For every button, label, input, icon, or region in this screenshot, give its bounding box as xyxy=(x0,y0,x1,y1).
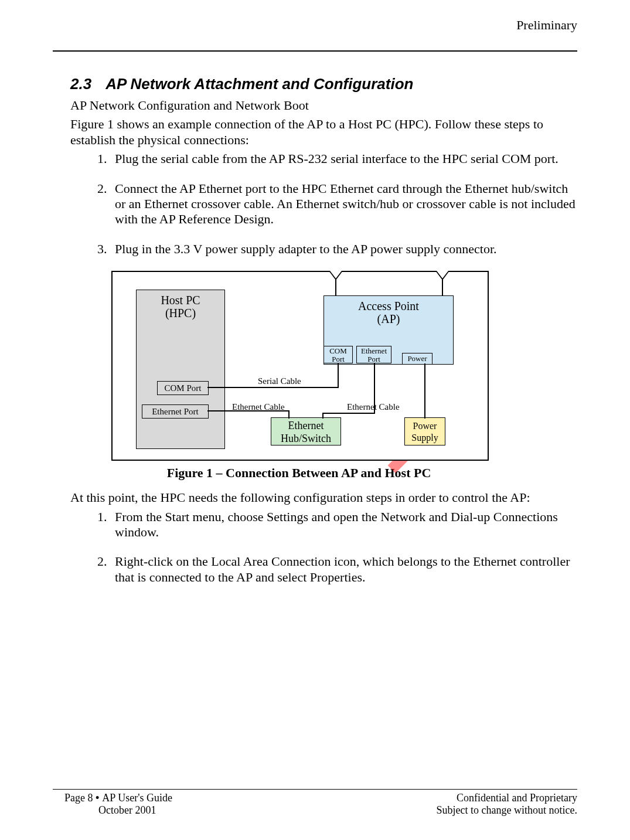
hpc-eth-port: Ethernet Port xyxy=(142,404,209,419)
step-b-2: Right-click on the Local Area Connection… xyxy=(110,554,577,585)
ap-com-port: COMPort xyxy=(323,346,353,363)
top-rule xyxy=(53,50,577,52)
ethernet-cable-label-2: Ethernet Cable xyxy=(347,402,400,412)
antenna-icon-inner xyxy=(437,271,448,278)
antenna-stem xyxy=(335,279,336,295)
ethernet-cable-line xyxy=(374,363,375,413)
hpc-com-port: COM Port xyxy=(157,381,209,395)
footer-rule xyxy=(53,789,577,790)
footer-date: October 2001 xyxy=(53,804,156,817)
antenna-stem xyxy=(442,279,443,295)
power-cable-line xyxy=(424,363,425,419)
host-pc-box: Host PC (HPC) xyxy=(136,290,225,449)
preliminary-label: Preliminary xyxy=(53,18,577,33)
steps-list-a: Plug the serial cable from the AP RS-232… xyxy=(70,151,577,257)
serial-cable-line xyxy=(338,363,339,388)
section-number: 2.3 xyxy=(70,75,91,93)
footer-page: Page 8 xyxy=(64,792,93,804)
serial-cable-label: Serial Cable xyxy=(258,376,301,386)
ap-power-port: Power xyxy=(402,353,433,365)
step-a-1: Plug the serial cable from the AP RS-232… xyxy=(110,151,577,166)
section-heading: 2.3AP Network Attachment and Configurati… xyxy=(70,75,577,93)
step-a-2: Connect the AP Ethernet port to the HPC … xyxy=(110,181,577,227)
hpc-title-l2: (HPC) xyxy=(165,307,196,319)
power-supply-box: PowerSupply xyxy=(404,417,445,445)
figure-1: Host PC (HPC) COM Port Ethernet Port Acc… xyxy=(111,271,577,481)
ethernet-hub-box: EthernetHub/Switch xyxy=(271,417,341,445)
post-figure-text: At this point, the HPC needs the followi… xyxy=(70,490,577,505)
ap-title-l1: Access Point xyxy=(358,300,419,312)
ap-eth-port: EthernetPort xyxy=(356,346,391,363)
ethernet-cable-line xyxy=(322,413,375,414)
intro-line-2: Figure 1 shows an example connection of … xyxy=(70,117,577,148)
bullet-icon: • xyxy=(96,792,102,804)
ap-title-l2: (AP) xyxy=(377,312,400,325)
hpc-title-l1: Host PC xyxy=(161,294,200,307)
figure-diagram: Host PC (HPC) COM Port Ethernet Port Acc… xyxy=(111,271,489,461)
footer-notice: Subject to change without notice. xyxy=(437,804,577,817)
step-a-3: Plug in the 3.3 V power supply adapter t… xyxy=(110,242,577,257)
footer-confidential: Confidential and Proprietary xyxy=(457,792,577,804)
section-title: AP Network Attachment and Configuration xyxy=(105,75,413,93)
serial-cable-line xyxy=(207,387,338,388)
footer-guide: AP User's Guide xyxy=(102,792,172,804)
ethernet-cable-line xyxy=(322,413,323,419)
antenna-icon-inner xyxy=(330,271,342,278)
figure-caption: Figure 1 – Connection Between AP and Hos… xyxy=(111,465,486,481)
steps-list-b: From the Start menu, choose Settings and… xyxy=(70,509,577,586)
ethernet-cable-line xyxy=(207,410,288,412)
page-footer: Page 8 • AP User's Guide Confidential an… xyxy=(53,789,577,817)
intro-line-1: AP Network Configuration and Network Boo… xyxy=(70,98,577,113)
ethernet-cable-line xyxy=(288,410,290,419)
step-b-1: From the Start menu, choose Settings and… xyxy=(110,509,577,540)
